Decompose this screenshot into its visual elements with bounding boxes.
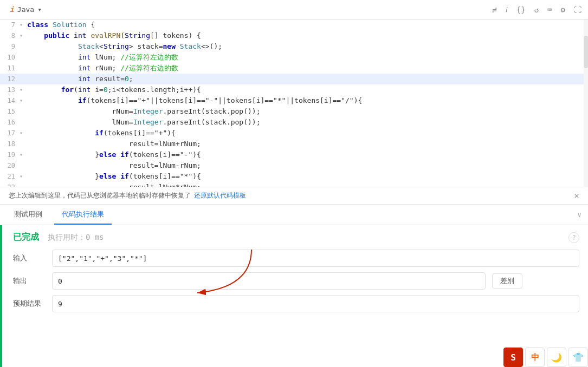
terminal-icon[interactable]: ⌨ bbox=[547, 5, 552, 14]
chevron-down-icon: ▾ bbox=[37, 5, 42, 14]
line-code: }else if(tokens[i]=="-"){ bbox=[26, 149, 588, 160]
line-code: result=lNum+rNum; bbox=[26, 139, 588, 149]
help-icon[interactable]: ? bbox=[568, 232, 579, 243]
notification-text: 您上次编辑到这里，代码已从您浏览器本地的临时存储中恢复了 bbox=[9, 191, 191, 200]
moon-button[interactable]: 🌙 bbox=[547, 348, 566, 367]
line-number: 15 bbox=[0, 106, 20, 117]
notification-bar: 您上次编辑到这里，代码已从您浏览器本地的临时存储中恢复了 还原默认代码模板 × bbox=[0, 187, 588, 205]
line-number: 11 bbox=[0, 63, 20, 74]
s-button[interactable]: S bbox=[503, 348, 523, 367]
expected-row: 预期结果 9 bbox=[13, 295, 579, 312]
fullscreen-icon[interactable]: ⛶ bbox=[574, 5, 581, 14]
line-number: 19 bbox=[0, 149, 20, 160]
editor-scrollbar[interactable] bbox=[584, 19, 588, 187]
code-line: 16 lNum=Integer.parseInt(stack.pop()); bbox=[0, 117, 588, 128]
line-code: if(tokens[i]=="+"){ bbox=[26, 128, 588, 139]
line-number: 20 bbox=[0, 160, 20, 171]
line-code: class Solution { bbox=[26, 19, 588, 30]
line-code: int lNum; //运算符左边的数 bbox=[26, 52, 588, 63]
line-code: result=lNum*rNum; bbox=[26, 182, 588, 187]
output-row: 输出 0 差别 bbox=[13, 272, 579, 290]
line-number: 22 bbox=[0, 182, 20, 187]
scrollbar-thumb[interactable] bbox=[584, 36, 588, 68]
tabs-bar: 测试用例代码执行结果 ∨ bbox=[0, 205, 588, 225]
line-fold-arrow[interactable]: ▾ bbox=[20, 128, 26, 139]
line-code: result=lNum-rNum; bbox=[26, 160, 588, 171]
undo-icon[interactable]: ↺ bbox=[534, 5, 539, 14]
line-number: 16 bbox=[0, 117, 20, 128]
output-value[interactable]: 0 bbox=[52, 272, 486, 290]
settings-icon[interactable]: ⚙ bbox=[561, 5, 565, 14]
lang-label: Java bbox=[17, 5, 34, 14]
toolbar: i Java ▾ ≓ 𝑖 {} ↺ ⌨ ⚙ ⛶ bbox=[0, 0, 588, 19]
status-completed: 已完成 bbox=[13, 232, 39, 243]
line-fold-arrow[interactable]: ▾ bbox=[20, 84, 26, 95]
code-line: 18 result=lNum+rNum; bbox=[0, 139, 588, 149]
code-line: 22 result=lNum*rNum; bbox=[0, 182, 588, 187]
line-code: lNum=Integer.parseInt(stack.pop()); bbox=[26, 117, 588, 128]
line-code: int result=0; bbox=[26, 74, 588, 84]
code-line: 8▾ public int evalRPN(String[] tokens) { bbox=[0, 30, 588, 41]
code-line: 13▾ for(int i=0;i<tokens.length;i++){ bbox=[0, 84, 588, 95]
line-code: int rNum; //运算符右边的数 bbox=[26, 63, 588, 74]
line-fold-arrow[interactable]: ▾ bbox=[20, 19, 26, 30]
exec-time: 执行用时：0 ms bbox=[48, 233, 104, 243]
line-number: 8 bbox=[0, 30, 20, 41]
diff-button[interactable]: 差别 bbox=[492, 273, 522, 289]
code-line: 19▾ }else if(tokens[i]=="-"){ bbox=[0, 149, 588, 160]
line-number: 13 bbox=[0, 84, 20, 95]
status-row: 已完成 执行用时：0 ms ? bbox=[13, 232, 579, 243]
info-icon[interactable]: 𝑖 bbox=[506, 5, 508, 14]
code-line: 15 rNum=Integer.parseInt(stack.pop()); bbox=[0, 106, 588, 117]
expected-label: 预期结果 bbox=[13, 299, 46, 309]
code-line: 7▾class Solution { bbox=[0, 19, 588, 30]
zhong-button[interactable]: 中 bbox=[525, 348, 545, 367]
line-number: 21 bbox=[0, 171, 20, 182]
code-line: 21▾ }else if(tokens[i]=="*"){ bbox=[0, 171, 588, 182]
tab-测试用例[interactable]: 测试用例 bbox=[7, 205, 50, 225]
close-icon[interactable]: × bbox=[574, 191, 579, 201]
line-code: for(int i=0;i<tokens.length;i++){ bbox=[26, 84, 588, 95]
line-fold-arrow[interactable]: ▾ bbox=[20, 95, 26, 106]
expected-value: 9 bbox=[52, 295, 579, 312]
code-line: 10 int lNum; //运算符左边的数 bbox=[0, 52, 588, 63]
code-line: 9 Stack<String> stack=new Stack<>(); bbox=[0, 41, 588, 52]
code-line: 11 int rNum; //运算符右边的数 bbox=[0, 63, 588, 74]
input-row: 输入 ["2","1","+","3","*"] bbox=[13, 250, 579, 267]
line-fold-arrow[interactable]: ▾ bbox=[20, 171, 26, 182]
line-number: 9 bbox=[0, 41, 20, 52]
line-number: 14 bbox=[0, 95, 20, 106]
line-code: if(tokens[i]=="+"||tokens[i]=="-"||token… bbox=[26, 95, 588, 106]
line-number: 18 bbox=[0, 139, 20, 149]
line-code: }else if(tokens[i]=="*"){ bbox=[26, 171, 588, 182]
results-area: 已完成 执行用时：0 ms ? 输入 ["2","1","+","3","*"] bbox=[0, 225, 588, 367]
code-line: 20 result=lNum-rNum; bbox=[0, 160, 588, 171]
line-code: public int evalRPN(String[] tokens) { bbox=[26, 30, 588, 41]
green-indicator bbox=[0, 225, 2, 367]
line-number: 12 bbox=[0, 74, 20, 84]
line-number: 10 bbox=[0, 52, 20, 63]
language-selector[interactable]: i Java ▾ bbox=[7, 4, 45, 15]
output-label: 输出 bbox=[13, 276, 46, 286]
input-value[interactable]: ["2","1","+","3","*"] bbox=[52, 250, 579, 267]
line-number: 17 bbox=[0, 128, 20, 139]
toolbar-icons: ≓ 𝑖 {} ↺ ⌨ ⚙ ⛶ bbox=[492, 5, 581, 14]
shirt-button[interactable]: 👕 bbox=[568, 348, 588, 367]
bottom-icon-buttons: S 中 🌙 👕 bbox=[503, 348, 588, 367]
line-fold-arrow[interactable]: ▾ bbox=[20, 149, 26, 160]
restore-default-link[interactable]: 还原默认代码模板 bbox=[194, 191, 246, 200]
code-editor[interactable]: 7▾class Solution {8▾ public int evalRPN(… bbox=[0, 19, 588, 187]
line-fold-arrow[interactable]: ▾ bbox=[20, 30, 26, 41]
input-label: 输入 bbox=[13, 253, 46, 263]
lang-icon: i bbox=[10, 5, 14, 14]
line-code: rNum=Integer.parseInt(stack.pop()); bbox=[26, 106, 588, 117]
line-code: Stack<String> stack=new Stack<>(); bbox=[26, 41, 588, 52]
code-line: 17▾ if(tokens[i]=="+"){ bbox=[0, 128, 588, 139]
format-icon[interactable]: ≓ bbox=[492, 5, 496, 14]
line-number: 7 bbox=[0, 19, 20, 30]
collapse-icon[interactable]: ∨ bbox=[577, 211, 581, 219]
tab-代码执行结果[interactable]: 代码执行结果 bbox=[54, 205, 112, 225]
code-line: 14▾ if(tokens[i]=="+"||tokens[i]=="-"||t… bbox=[0, 95, 588, 106]
braces-icon[interactable]: {} bbox=[516, 5, 526, 14]
code-line: 12 int result=0; bbox=[0, 74, 588, 84]
